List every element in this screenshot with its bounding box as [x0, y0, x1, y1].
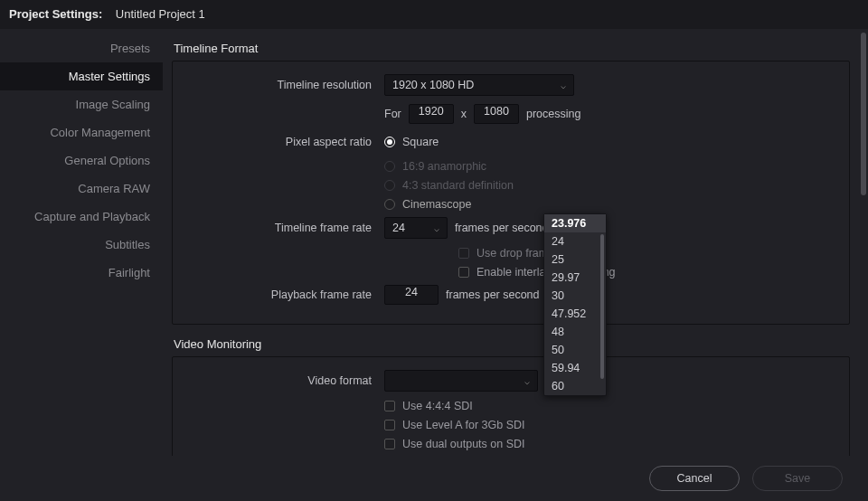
- chevron-down-icon: ⌵: [561, 80, 566, 90]
- frame-rate-option[interactable]: 60: [544, 377, 606, 395]
- timeline-format-panel: Timeline resolution 1920 x 1080 HD ⌵ For…: [172, 61, 850, 325]
- frame-rate-option[interactable]: 30: [544, 287, 606, 305]
- sidebar-item-color-management[interactable]: Color Management: [0, 118, 163, 147]
- main-scrollbar[interactable]: [861, 33, 866, 195]
- pixel-aspect-cinemascope-text: Cinemascope: [402, 198, 471, 211]
- sidebar-item-general-options[interactable]: General Options: [0, 147, 163, 175]
- use-level-a-label: Use Level A for 3Gb SDI: [402, 419, 525, 431]
- section-title-video-monitoring: Video Monitoring: [174, 337, 850, 351]
- section-title-timeline-format: Timeline Format: [174, 42, 850, 55]
- timeline-frame-rate-label: Timeline frame rate: [187, 222, 384, 234]
- for-height-input[interactable]: 1080: [474, 104, 519, 124]
- drop-frame-checkbox: [458, 248, 469, 259]
- interlace-checkbox[interactable]: [458, 267, 469, 278]
- project-name: Untitled Project 1: [116, 7, 205, 21]
- timeline-resolution-value: 1920 x 1080 HD: [392, 79, 474, 91]
- sidebar-item-camera-raw[interactable]: Camera RAW: [0, 175, 163, 203]
- video-format-label: Video format: [187, 374, 384, 387]
- use-444-sdi-label: Use 4:4:4 SDI: [402, 400, 473, 412]
- playback-frame-rate-suffix: frames per second: [446, 288, 540, 301]
- frame-rate-option[interactable]: 50: [544, 341, 606, 359]
- playback-frame-rate-label: Playback frame rate: [187, 288, 384, 301]
- for-x-label: x: [461, 108, 467, 120]
- save-button[interactable]: Save: [752, 466, 843, 491]
- video-monitoring-panel: Video format ⌵ Use 4:4:4 SDI Use Level A…: [172, 356, 850, 456]
- sidebar-item-subtitles[interactable]: Subtitles: [0, 231, 163, 259]
- frame-rate-option[interactable]: 23.976: [544, 214, 606, 232]
- cancel-button[interactable]: Cancel: [649, 466, 740, 491]
- pixel-aspect-43-radio: [384, 180, 395, 191]
- frame-rate-option[interactable]: 24: [544, 232, 606, 250]
- timeline-frame-rate-select[interactable]: 24 ⌵: [384, 217, 448, 239]
- frame-rate-option[interactable]: 29.97: [544, 269, 606, 287]
- pixel-aspect-43-text: 4:3 standard definition: [402, 179, 514, 192]
- sidebar: Presets Master Settings Image Scaling Co…: [0, 29, 163, 456]
- sidebar-item-capture-playback[interactable]: Capture and Playback: [0, 203, 163, 231]
- sidebar-item-fairlight[interactable]: Fairlight: [0, 259, 163, 287]
- pixel-aspect-square-radio[interactable]: [384, 137, 395, 147]
- processing-label: processing: [526, 108, 580, 120]
- project-settings-window: Project Settings: Untitled Project 1 Pre…: [0, 0, 868, 501]
- main-panel: Timeline Format Timeline resolution 1920…: [163, 29, 868, 456]
- frame-rate-dropdown[interactable]: 23.976 24 25 29.97 30 47.952 48 50 59.94…: [543, 213, 607, 396]
- frame-rate-option[interactable]: 47.952: [544, 305, 606, 323]
- timeline-frame-rate-suffix: frames per second: [455, 222, 549, 234]
- title-prefix: Project Settings:: [9, 7, 102, 21]
- sidebar-item-image-scaling[interactable]: Image Scaling: [0, 90, 163, 118]
- frame-rate-option[interactable]: 25: [544, 250, 606, 269]
- footer: Cancel Save: [0, 456, 868, 501]
- pixel-aspect-label: Pixel aspect ratio: [187, 136, 384, 148]
- use-dual-outputs-checkbox[interactable]: [384, 439, 395, 449]
- timeline-resolution-select[interactable]: 1920 x 1080 HD ⌵: [384, 74, 574, 96]
- chevron-down-icon: ⌵: [524, 376, 530, 386]
- timeline-resolution-label: Timeline resolution: [187, 79, 384, 91]
- timeline-frame-rate-value: 24: [392, 222, 405, 234]
- pixel-aspect-169-radio: [384, 161, 395, 172]
- pixel-aspect-cinemascope-radio[interactable]: [384, 199, 395, 210]
- for-label: For: [384, 108, 401, 120]
- frame-rate-option[interactable]: 59.94: [544, 359, 606, 377]
- use-level-a-checkbox[interactable]: [384, 420, 395, 430]
- pixel-aspect-square-text: Square: [402, 136, 439, 148]
- playback-frame-rate-input[interactable]: 24: [384, 285, 439, 305]
- use-444-sdi-checkbox[interactable]: [384, 401, 395, 411]
- titlebar: Project Settings: Untitled Project 1: [0, 0, 868, 29]
- chevron-down-icon: ⌵: [434, 223, 439, 233]
- sidebar-item-presets[interactable]: Presets: [0, 34, 163, 62]
- sidebar-item-master-settings[interactable]: Master Settings: [0, 62, 163, 90]
- video-format-select[interactable]: ⌵: [384, 370, 538, 392]
- use-dual-outputs-label: Use dual outputs on SDI: [402, 438, 525, 450]
- for-width-input[interactable]: 1920: [409, 104, 454, 124]
- pixel-aspect-169-text: 16:9 anamorphic: [402, 160, 486, 173]
- dropdown-scrollbar[interactable]: [600, 234, 604, 379]
- frame-rate-option[interactable]: 48: [544, 323, 606, 341]
